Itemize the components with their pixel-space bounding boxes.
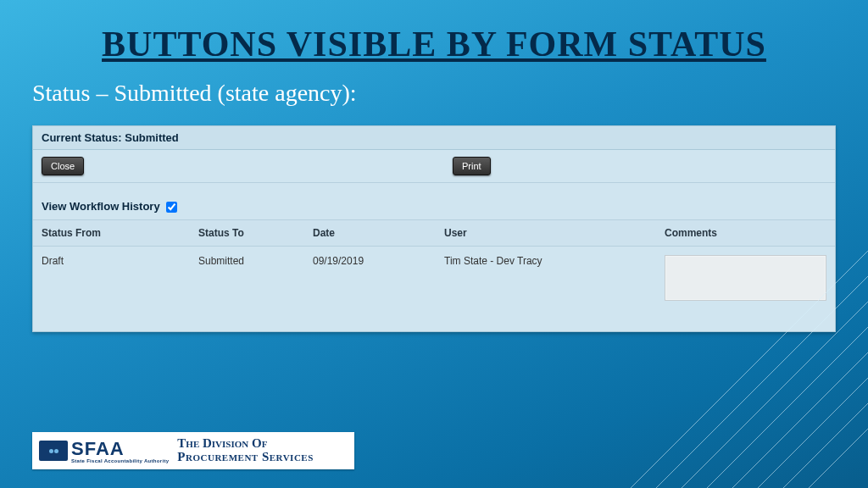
col-status-from: Status From — [33, 220, 190, 247]
current-status-label: Current Status: Submitted — [33, 126, 835, 150]
close-button[interactable]: Close — [42, 157, 84, 175]
col-status-to: Status To — [190, 220, 304, 247]
form-panel: Current Status: Submitted Close Print Vi… — [32, 125, 836, 332]
sfaa-logo-icon: SFAA State Fiscal Accountability Authori… — [39, 438, 169, 463]
slide: BUTTONS VISIBLE BY FORM STATUS Status – … — [0, 0, 868, 488]
table-header-row: Status From Status To Date User Comments — [33, 220, 835, 247]
division-line2: Procurement Services — [177, 451, 313, 464]
cell-status-to: Submitted — [190, 247, 304, 332]
table-row: Draft Submitted 09/19/2019 Tim State - D… — [33, 247, 835, 332]
cell-user: Tim State - Dev Tracy — [436, 247, 656, 332]
sfaa-subtext: State Fiscal Accountability Authority — [71, 458, 169, 463]
col-comments: Comments — [656, 220, 835, 247]
svg-line-5 — [707, 310, 868, 488]
flag-icon — [39, 441, 68, 461]
workflow-history-toggle: View Workflow History — [33, 183, 835, 220]
footer-logo: SFAA State Fiscal Accountability Authori… — [32, 432, 354, 469]
cell-date: 09/19/2019 — [304, 247, 436, 332]
comments-box — [665, 255, 826, 301]
workflow-history-checkbox[interactable] — [166, 202, 177, 213]
button-row: Close Print — [33, 150, 835, 183]
page-subtitle: Status – Submitted (state agency): — [0, 64, 868, 107]
col-user: User — [436, 220, 656, 247]
cell-comments — [656, 247, 835, 332]
col-date: Date — [304, 220, 436, 247]
workflow-history-table: Status From Status To Date User Comments… — [33, 220, 835, 331]
division-text: The Division Of Procurement Services — [177, 437, 313, 464]
page-title: BUTTONS VISIBLE BY FORM STATUS — [0, 0, 868, 64]
svg-line-6 — [732, 336, 868, 488]
division-line1: The Division Of — [177, 437, 313, 451]
svg-line-7 — [758, 361, 868, 488]
workflow-history-label: View Workflow History — [42, 200, 160, 213]
sfaa-text: SFAA — [71, 438, 125, 459]
print-button[interactable]: Print — [453, 157, 491, 175]
cell-status-from: Draft — [33, 247, 190, 332]
